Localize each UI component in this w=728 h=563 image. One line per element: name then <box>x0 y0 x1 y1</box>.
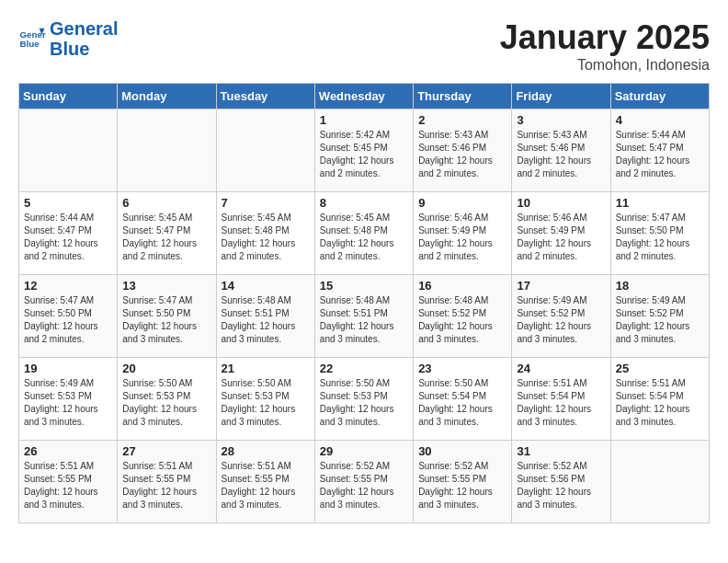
day-number: 5 <box>24 196 112 210</box>
calendar-cell: 26Sunrise: 5:51 AM Sunset: 5:55 PM Dayli… <box>19 441 118 523</box>
calendar-cell: 9Sunrise: 5:46 AM Sunset: 5:49 PM Daylig… <box>414 192 512 275</box>
calendar-cell: 5Sunrise: 5:44 AM Sunset: 5:47 PM Daylig… <box>19 192 118 275</box>
day-header-sunday: Sunday <box>19 84 118 109</box>
day-number: 16 <box>418 279 506 293</box>
calendar-cell: 7Sunrise: 5:45 AM Sunset: 5:48 PM Daylig… <box>216 192 314 275</box>
calendar-cell: 6Sunrise: 5:45 AM Sunset: 5:47 PM Daylig… <box>118 192 216 275</box>
day-number: 15 <box>320 279 408 293</box>
day-header-saturday: Saturday <box>610 84 709 109</box>
day-info: Sunrise: 5:49 AM Sunset: 5:53 PM Dayligh… <box>24 377 112 429</box>
calendar-cell: 1Sunrise: 5:42 AM Sunset: 5:45 PM Daylig… <box>314 109 413 192</box>
day-number: 28 <box>222 444 310 458</box>
day-number: 29 <box>320 444 408 458</box>
day-number: 9 <box>418 196 506 210</box>
day-number: 8 <box>320 196 408 210</box>
day-info: Sunrise: 5:49 AM Sunset: 5:52 PM Dayligh… <box>616 294 704 346</box>
calendar-cell: 16Sunrise: 5:48 AM Sunset: 5:52 PM Dayli… <box>414 275 512 358</box>
day-info: Sunrise: 5:46 AM Sunset: 5:49 PM Dayligh… <box>517 212 605 263</box>
day-number: 4 <box>616 113 704 127</box>
calendar-cell: 2Sunrise: 5:43 AM Sunset: 5:46 PM Daylig… <box>414 109 512 192</box>
day-number: 19 <box>24 362 112 375</box>
day-number: 7 <box>222 196 310 210</box>
week-row-2: 5Sunrise: 5:44 AM Sunset: 5:47 PM Daylig… <box>19 192 710 275</box>
day-info: Sunrise: 5:48 AM Sunset: 5:51 PM Dayligh… <box>222 294 310 346</box>
calendar-cell: 25Sunrise: 5:51 AM Sunset: 5:54 PM Dayli… <box>610 358 709 441</box>
day-info: Sunrise: 5:43 AM Sunset: 5:46 PM Dayligh… <box>517 129 605 180</box>
day-header-thursday: Thursday <box>414 84 512 109</box>
day-number: 23 <box>418 362 506 375</box>
calendar-cell <box>19 109 118 192</box>
calendar-cell: 4Sunrise: 5:44 AM Sunset: 5:47 PM Daylig… <box>610 109 709 192</box>
day-info: Sunrise: 5:51 AM Sunset: 5:54 PM Dayligh… <box>616 377 704 429</box>
day-info: Sunrise: 5:45 AM Sunset: 5:47 PM Dayligh… <box>122 212 210 263</box>
day-number: 1 <box>320 113 408 127</box>
day-number: 12 <box>24 279 112 293</box>
title-block: January 2025 Tomohon, Indonesia <box>500 18 710 74</box>
calendar-cell <box>118 109 216 192</box>
day-info: Sunrise: 5:46 AM Sunset: 5:49 PM Dayligh… <box>418 212 506 263</box>
day-info: Sunrise: 5:44 AM Sunset: 5:47 PM Dayligh… <box>616 129 704 180</box>
calendar-cell: 13Sunrise: 5:47 AM Sunset: 5:50 PM Dayli… <box>118 275 216 358</box>
calendar-subtitle: Tomohon, Indonesia <box>500 57 710 74</box>
logo-line1: General <box>50 18 118 39</box>
day-info: Sunrise: 5:42 AM Sunset: 5:45 PM Dayligh… <box>320 129 408 180</box>
calendar-table: SundayMondayTuesdayWednesdayThursdayFrid… <box>18 83 710 523</box>
day-info: Sunrise: 5:50 AM Sunset: 5:54 PM Dayligh… <box>418 377 506 429</box>
day-header-monday: Monday <box>118 84 216 109</box>
calendar-cell: 18Sunrise: 5:49 AM Sunset: 5:52 PM Dayli… <box>610 275 709 358</box>
calendar-cell: 12Sunrise: 5:47 AM Sunset: 5:50 PM Dayli… <box>19 275 118 358</box>
day-info: Sunrise: 5:52 AM Sunset: 5:55 PM Dayligh… <box>418 460 506 511</box>
day-info: Sunrise: 5:52 AM Sunset: 5:55 PM Dayligh… <box>320 460 408 511</box>
day-number: 6 <box>122 196 210 210</box>
calendar-cell <box>610 441 709 523</box>
logo-line2: Blue <box>50 39 118 59</box>
day-info: Sunrise: 5:50 AM Sunset: 5:53 PM Dayligh… <box>320 377 408 429</box>
day-number: 21 <box>222 362 310 375</box>
day-number: 13 <box>122 279 210 293</box>
day-number: 11 <box>616 196 704 210</box>
day-number: 22 <box>320 362 408 375</box>
calendar-cell: 3Sunrise: 5:43 AM Sunset: 5:46 PM Daylig… <box>512 109 610 192</box>
calendar-cell: 8Sunrise: 5:45 AM Sunset: 5:48 PM Daylig… <box>314 192 413 275</box>
calendar-cell: 11Sunrise: 5:47 AM Sunset: 5:50 PM Dayli… <box>610 192 709 275</box>
days-header-row: SundayMondayTuesdayWednesdayThursdayFrid… <box>19 84 710 109</box>
calendar-cell: 15Sunrise: 5:48 AM Sunset: 5:51 PM Dayli… <box>314 275 413 358</box>
day-info: Sunrise: 5:51 AM Sunset: 5:54 PM Dayligh… <box>517 377 605 429</box>
day-info: Sunrise: 5:47 AM Sunset: 5:50 PM Dayligh… <box>616 212 704 263</box>
day-number: 17 <box>517 279 605 293</box>
day-info: Sunrise: 5:50 AM Sunset: 5:53 PM Dayligh… <box>122 377 210 429</box>
day-info: Sunrise: 5:49 AM Sunset: 5:52 PM Dayligh… <box>517 294 605 346</box>
day-header-friday: Friday <box>512 84 610 109</box>
calendar-cell: 23Sunrise: 5:50 AM Sunset: 5:54 PM Dayli… <box>414 358 512 441</box>
day-info: Sunrise: 5:47 AM Sunset: 5:50 PM Dayligh… <box>24 294 112 346</box>
day-info: Sunrise: 5:51 AM Sunset: 5:55 PM Dayligh… <box>24 460 112 511</box>
day-number: 27 <box>122 444 210 458</box>
day-info: Sunrise: 5:43 AM Sunset: 5:46 PM Dayligh… <box>418 129 506 180</box>
svg-text:Blue: Blue <box>20 39 40 49</box>
calendar-cell: 28Sunrise: 5:51 AM Sunset: 5:55 PM Dayli… <box>216 441 314 523</box>
calendar-cell: 22Sunrise: 5:50 AM Sunset: 5:53 PM Dayli… <box>314 358 413 441</box>
day-number: 26 <box>24 444 112 458</box>
day-number: 10 <box>517 196 605 210</box>
day-number: 18 <box>616 279 704 293</box>
calendar-cell: 19Sunrise: 5:49 AM Sunset: 5:53 PM Dayli… <box>19 358 118 441</box>
day-info: Sunrise: 5:45 AM Sunset: 5:48 PM Dayligh… <box>320 212 408 263</box>
week-row-5: 26Sunrise: 5:51 AM Sunset: 5:55 PM Dayli… <box>19 441 710 523</box>
day-header-wednesday: Wednesday <box>314 84 413 109</box>
week-row-3: 12Sunrise: 5:47 AM Sunset: 5:50 PM Dayli… <box>19 275 710 358</box>
logo: General Blue General Blue <box>18 18 118 59</box>
day-number: 3 <box>517 113 605 127</box>
calendar-cell: 31Sunrise: 5:52 AM Sunset: 5:56 PM Dayli… <box>512 441 610 523</box>
day-info: Sunrise: 5:47 AM Sunset: 5:50 PM Dayligh… <box>122 294 210 346</box>
week-row-4: 19Sunrise: 5:49 AM Sunset: 5:53 PM Dayli… <box>19 358 710 441</box>
day-info: Sunrise: 5:48 AM Sunset: 5:51 PM Dayligh… <box>320 294 408 346</box>
day-number: 14 <box>222 279 310 293</box>
calendar-cell: 24Sunrise: 5:51 AM Sunset: 5:54 PM Dayli… <box>512 358 610 441</box>
day-number: 20 <box>122 362 210 375</box>
day-number: 25 <box>616 362 704 375</box>
day-info: Sunrise: 5:45 AM Sunset: 5:48 PM Dayligh… <box>222 212 310 263</box>
calendar-cell: 30Sunrise: 5:52 AM Sunset: 5:55 PM Dayli… <box>414 441 512 523</box>
calendar-cell: 14Sunrise: 5:48 AM Sunset: 5:51 PM Dayli… <box>216 275 314 358</box>
week-row-1: 1Sunrise: 5:42 AM Sunset: 5:45 PM Daylig… <box>19 109 710 192</box>
day-number: 31 <box>517 444 605 458</box>
